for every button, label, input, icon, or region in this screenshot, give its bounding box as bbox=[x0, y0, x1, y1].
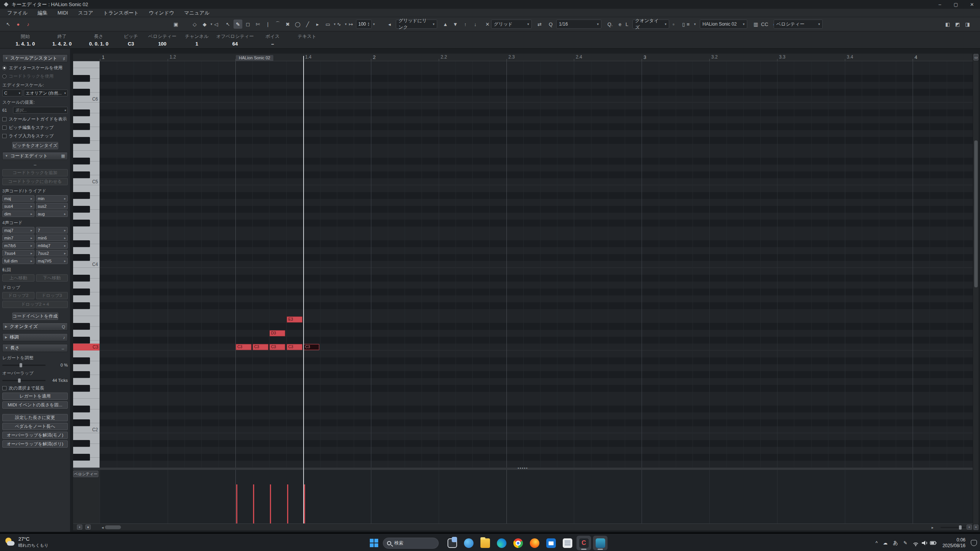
note-expression-midi-icon[interactable]: ◆ bbox=[200, 20, 209, 29]
timeline-ruler[interactable]: 11.21.422.22.32.433.23.33.44HALion Sonic… bbox=[100, 54, 973, 61]
piano-key-black[interactable] bbox=[73, 385, 90, 392]
length-button-1[interactable]: MIDI イベントの長さを固... bbox=[2, 401, 68, 409]
midi-note-E3[interactable]: E3 bbox=[287, 316, 302, 323]
piano-key-black[interactable] bbox=[73, 192, 90, 199]
line-mode-icon[interactable]: ∿ bbox=[335, 20, 343, 29]
chord-apply-arrow-icon[interactable]: ▸ bbox=[31, 251, 33, 255]
acoustic-feedback-icon[interactable]: ♪ bbox=[24, 20, 33, 29]
piano-key-black[interactable] bbox=[73, 89, 90, 96]
chord-button-sus4[interactable]: sus4▸ bbox=[2, 203, 34, 209]
setup-window-zones-icon[interactable]: ▣ bbox=[172, 20, 180, 29]
onedrive-icon[interactable]: ☁ bbox=[883, 540, 888, 546]
grid-link-select[interactable]: グリッドにリンク▾ bbox=[396, 20, 437, 29]
length-button-5[interactable]: オーバーラップを解消(ポリ) bbox=[2, 440, 68, 448]
taskbar-app-notepad[interactable] bbox=[560, 536, 575, 550]
length-quantize-select[interactable]: クオンタイズ▾ bbox=[632, 20, 669, 29]
chord-button-sus2[interactable]: sus2▸ bbox=[36, 203, 68, 209]
velocity-lane[interactable] bbox=[100, 470, 973, 523]
clock[interactable]: 0:06 2025/08/16 bbox=[942, 537, 965, 549]
suggestion-select[interactable]: 選択...▾ bbox=[13, 107, 68, 114]
quantize-icon-icon[interactable]: Q bbox=[546, 20, 555, 29]
lower-zone-toggle-icon[interactable]: ◩ bbox=[953, 20, 962, 29]
checkbox-snap-live-input[interactable]: ライブ入力をスナップ bbox=[2, 133, 68, 139]
piano-key-black[interactable] bbox=[73, 371, 90, 378]
midi-note-C3[interactable]: C3 bbox=[270, 344, 285, 350]
chord-button-maj75[interactable]: maj7#5▸ bbox=[36, 258, 68, 264]
checkbox-show-scale-guides[interactable]: スケールノートガイドを表示 bbox=[2, 116, 68, 122]
minimize-button[interactable]: – bbox=[932, 0, 948, 9]
chord-button-7sus2[interactable]: 7sus2▸ bbox=[36, 250, 68, 256]
controller-lane-label[interactable]: ベロシティー bbox=[73, 471, 98, 477]
velocity-bar[interactable] bbox=[270, 484, 271, 523]
dropdown-caret-icon[interactable]: ▾ bbox=[373, 22, 376, 26]
piano-key-black[interactable] bbox=[73, 289, 90, 295]
drop-button-2[interactable]: ドロップ2 + 4 bbox=[2, 301, 68, 308]
play-tool-icon[interactable]: ▸ bbox=[313, 20, 322, 29]
slider-track[interactable] bbox=[2, 380, 46, 381]
midi-note-C3[interactable]: C3 bbox=[253, 344, 268, 350]
checkbox-snap-pitch-editing[interactable]: ピッチ編集をスナップ bbox=[2, 125, 68, 130]
info-field-6[interactable]: オフベロシティー64 bbox=[214, 31, 256, 48]
pen-icon[interactable]: ✎ bbox=[903, 540, 907, 546]
drop-button-0[interactable]: ドロップ2 bbox=[2, 292, 34, 299]
radio-use-chord-track[interactable]: コードトラックを使用 bbox=[2, 73, 68, 79]
dropdown-caret-icon[interactable]: ▾ bbox=[694, 22, 696, 26]
midi-note-D3[interactable]: D3 bbox=[270, 330, 285, 336]
section-quantize[interactable]: ▶ クオンタイズ Q bbox=[2, 323, 68, 331]
zoom-tool-icon[interactable]: ◯ bbox=[293, 20, 302, 29]
horizontal-scroll-thumb[interactable] bbox=[105, 525, 121, 529]
taskbar-app-store[interactable] bbox=[544, 536, 558, 550]
chord-apply-arrow-icon[interactable]: ▸ bbox=[64, 228, 66, 232]
length-button-3[interactable]: ペダルをノート長へ bbox=[2, 423, 68, 430]
overlap-slider[interactable]: 44 Ticks bbox=[2, 378, 68, 383]
vertical-zoom-button[interactable]: + bbox=[973, 525, 978, 530]
menu-item-6[interactable]: マニュアル bbox=[179, 9, 215, 17]
midi-note-C3-selected[interactable]: C3 bbox=[304, 344, 319, 350]
notification-icon[interactable] bbox=[971, 540, 977, 546]
quantize-preset-select[interactable]: 1/16▾ bbox=[556, 20, 601, 29]
piano-key-black[interactable] bbox=[73, 123, 90, 130]
step-down-icon[interactable]: ▾ bbox=[368, 24, 369, 26]
length-button-0[interactable]: レガートを適用 bbox=[2, 393, 68, 400]
chord-apply-arrow-icon[interactable]: ▸ bbox=[31, 236, 33, 240]
ime-indicator[interactable]: あ bbox=[893, 540, 898, 546]
object-selection-tool-icon[interactable]: ↖ bbox=[224, 20, 232, 29]
taskbar-app-edge[interactable] bbox=[494, 536, 509, 550]
slider-handle[interactable] bbox=[20, 363, 22, 367]
info-field-0[interactable]: 開始1. 4. 1. 0 bbox=[7, 31, 44, 48]
radio-use-editor-scale[interactable]: エディタースケールを使用 bbox=[2, 65, 68, 71]
piano-key-black[interactable] bbox=[73, 323, 90, 330]
chord-apply-arrow-icon[interactable]: ▸ bbox=[31, 228, 33, 232]
note-expression-data-icon[interactable]: ◇ bbox=[190, 20, 199, 29]
chord-apply-arrow-icon[interactable]: ▸ bbox=[64, 251, 66, 255]
snap-type-icon[interactable]: ⇄ bbox=[535, 20, 544, 29]
menu-item-4[interactable]: トランスポート bbox=[98, 9, 144, 17]
erase-tool-icon[interactable]: ◻ bbox=[243, 20, 252, 29]
vertical-scroll-thumb[interactable] bbox=[974, 140, 978, 287]
chord-button-maj7[interactable]: maj7▸ bbox=[2, 227, 34, 233]
draw-tool-icon[interactable]: ✎ bbox=[234, 20, 242, 29]
nudge-left-icon[interactable]: ◂ bbox=[385, 20, 394, 29]
piano-keyboard[interactable]: C6C5C4C3C2 bbox=[73, 61, 100, 468]
chord-button-maj[interactable]: maj▸ bbox=[2, 195, 34, 202]
create-chord-event-button[interactable]: コードイベントを作成 bbox=[12, 313, 58, 320]
slider-track[interactable] bbox=[2, 365, 46, 366]
piano-key-black[interactable] bbox=[73, 137, 90, 144]
piano-key-black[interactable] bbox=[73, 337, 90, 344]
slider-handle[interactable] bbox=[18, 378, 21, 383]
track-list-icon[interactable]: ≡ bbox=[684, 20, 693, 29]
taskbar-app-widgets[interactable] bbox=[461, 536, 476, 550]
tray-chevron-up-icon[interactable]: ^ bbox=[875, 540, 878, 546]
vertical-scrollbar[interactable]: ▭ + bbox=[973, 54, 978, 530]
piano-key-black[interactable] bbox=[73, 171, 90, 178]
chord-apply-arrow-icon[interactable]: ▸ bbox=[64, 244, 66, 248]
info-field-3[interactable]: ピッチC3 bbox=[117, 31, 145, 48]
piano-key-black[interactable] bbox=[73, 406, 90, 412]
legato-slider[interactable]: 0 % bbox=[2, 363, 68, 367]
step-down-icon[interactable]: ↓ bbox=[471, 20, 480, 29]
midi-note-C3[interactable]: C3 bbox=[236, 344, 252, 350]
section-scale-assistant[interactable]: ▼ スケールアシスタント ♯ bbox=[2, 54, 68, 62]
grid-type-select[interactable]: グリッド▾ bbox=[491, 20, 532, 29]
note-grid[interactable]: C3C3C3C3C3D3E3 bbox=[100, 61, 973, 468]
chord-button-min7[interactable]: min7▸ bbox=[2, 235, 34, 241]
